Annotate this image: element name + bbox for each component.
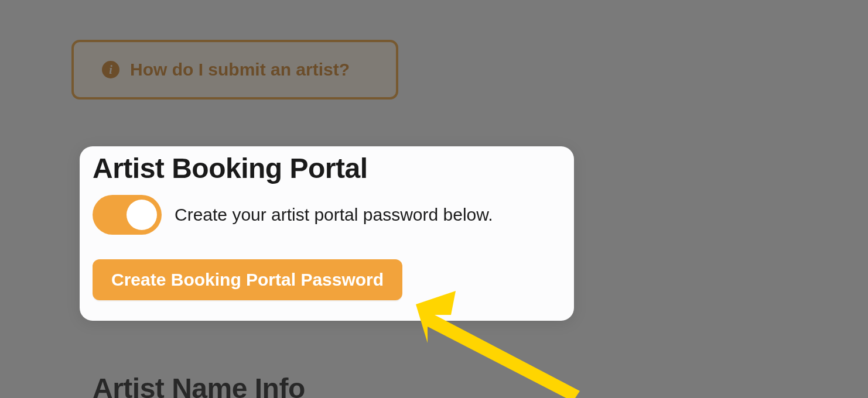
section-title: Artist Name Info <box>93 372 305 398</box>
toggle-description: Create your artist portal password below… <box>175 205 493 225</box>
info-banner[interactable]: i How do I submit an artist? <box>71 40 398 100</box>
portal-toggle[interactable] <box>93 195 162 235</box>
artist-booking-portal-card: Artist Booking Portal Create your artist… <box>80 146 574 321</box>
toggle-knob <box>127 200 157 230</box>
create-password-button[interactable]: Create Booking Portal Password <box>93 259 402 300</box>
info-banner-text: How do I submit an artist? <box>130 60 350 80</box>
card-title: Artist Booking Portal <box>93 152 562 184</box>
info-icon: i <box>102 61 119 78</box>
toggle-row: Create your artist portal password below… <box>93 195 562 235</box>
